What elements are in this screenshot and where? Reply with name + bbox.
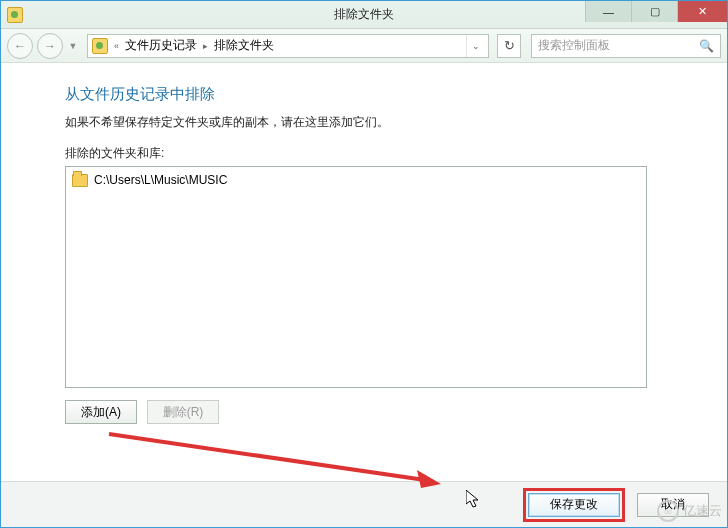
- list-item[interactable]: C:\Users\L\Music\MUSIC: [70, 171, 642, 189]
- search-icon: 🔍: [699, 39, 714, 53]
- search-placeholder: 搜索控制面板: [538, 37, 610, 54]
- breadcrumb-seg-1[interactable]: 文件历史记录: [125, 37, 197, 54]
- titlebar: 排除文件夹 — ▢ ✕: [1, 1, 727, 29]
- watermark-icon: ∞: [657, 500, 679, 522]
- close-button[interactable]: ✕: [677, 1, 727, 22]
- minimize-button[interactable]: —: [585, 1, 631, 22]
- breadcrumb[interactable]: « 文件历史记录 ▸ 排除文件夹 ⌄: [87, 34, 489, 58]
- breadcrumb-prefix: «: [112, 41, 121, 51]
- forward-button[interactable]: →: [37, 33, 63, 59]
- watermark: ∞ 亿速云: [657, 500, 722, 522]
- breadcrumb-dropdown[interactable]: ⌄: [466, 35, 484, 57]
- remove-button: 删除(R): [147, 400, 219, 424]
- history-dropdown[interactable]: ▼: [67, 41, 79, 51]
- save-highlight: 保存更改: [523, 488, 625, 522]
- folder-icon: [72, 174, 88, 187]
- back-button[interactable]: ←: [7, 33, 33, 59]
- maximize-button[interactable]: ▢: [631, 1, 677, 22]
- location-icon: [92, 38, 108, 54]
- save-button[interactable]: 保存更改: [528, 493, 620, 517]
- add-button[interactable]: 添加(A): [65, 400, 137, 424]
- page-description: 如果不希望保存特定文件夹或库的副本，请在这里添加它们。: [65, 114, 683, 131]
- window-controls: — ▢ ✕: [585, 1, 727, 22]
- footer: 保存更改 取消: [1, 481, 727, 527]
- list-item-path: C:\Users\L\Music\MUSIC: [94, 173, 227, 187]
- page-heading: 从文件历史记录中排除: [65, 85, 683, 104]
- search-input[interactable]: 搜索控制面板 🔍: [531, 34, 721, 58]
- refresh-button[interactable]: ↻: [497, 34, 521, 58]
- excluded-list[interactable]: C:\Users\L\Music\MUSIC: [65, 166, 647, 388]
- window: 排除文件夹 — ▢ ✕ ← → ▼ « 文件历史记录 ▸ 排除文件夹 ⌄ ↻ 搜…: [0, 0, 728, 528]
- content: 从文件历史记录中排除 如果不希望保存特定文件夹或库的副本，请在这里添加它们。 排…: [1, 63, 727, 481]
- list-buttons: 添加(A) 删除(R): [65, 400, 683, 424]
- breadcrumb-seg-2[interactable]: 排除文件夹: [214, 37, 274, 54]
- chevron-right-icon: ▸: [201, 41, 210, 51]
- watermark-text: 亿速云: [683, 502, 722, 520]
- list-label: 排除的文件夹和库:: [65, 145, 683, 162]
- navbar: ← → ▼ « 文件历史记录 ▸ 排除文件夹 ⌄ ↻ 搜索控制面板 🔍: [1, 29, 727, 63]
